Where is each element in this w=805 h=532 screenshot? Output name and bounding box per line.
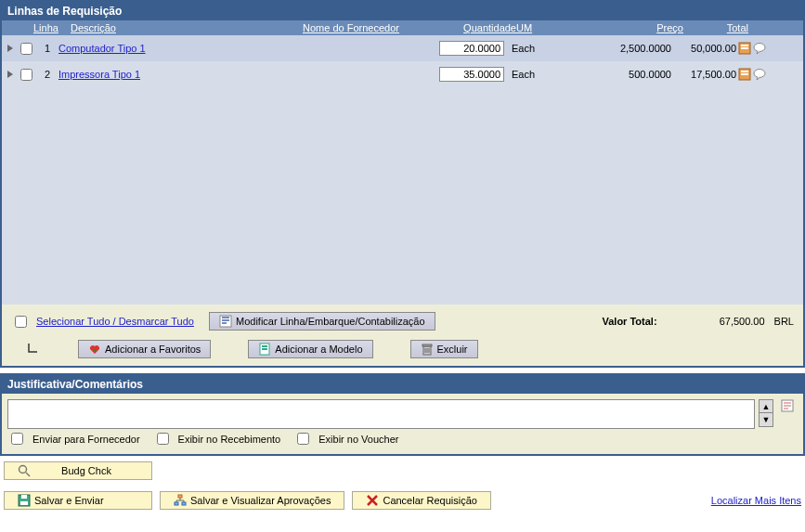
- expand-icon[interactable]: [7, 45, 13, 52]
- hierarchy-icon: [174, 494, 187, 507]
- price-value: 2,500.0000: [551, 43, 671, 54]
- col-fornecedor[interactable]: Nome do Fornecedor: [303, 22, 399, 33]
- show-receipt-checkbox[interactable]: [157, 433, 169, 445]
- details-icon[interactable]: [738, 42, 751, 55]
- currency-label: BRL: [774, 316, 794, 327]
- collapse-corner-icon[interactable]: [28, 343, 41, 356]
- total-label: Valor Total:: [603, 316, 657, 327]
- svg-rect-22: [21, 495, 27, 499]
- lines-header: Linhas de Requisição: [2, 2, 803, 20]
- col-descricao[interactable]: Descrição: [71, 22, 116, 33]
- col-quantidade[interactable]: Quantidade: [463, 22, 516, 33]
- quantity-input[interactable]: [439, 41, 504, 56]
- svg-point-7: [754, 70, 765, 78]
- edit-icon: [219, 315, 232, 328]
- comments-header: Justificativa/Comentários: [2, 375, 803, 394]
- table-row: 1 Computador Tipo 1 Each 2,500.0000 50,0…: [2, 35, 803, 61]
- select-all-checkbox[interactable]: [15, 316, 27, 328]
- comments-panel: Justificativa/Comentários ▲ ▼ Enviar par…: [0, 373, 805, 456]
- col-preco[interactable]: Preço: [656, 22, 683, 33]
- trash-icon: [421, 343, 434, 356]
- show-receipt-label: Exibir no Recebimento: [178, 434, 281, 445]
- comment-icon[interactable]: [753, 42, 766, 55]
- column-header-row: Linha Descrição Nome do Fornecedor Quant…: [2, 20, 803, 35]
- item-link[interactable]: Computador Tipo 1: [58, 43, 146, 54]
- svg-rect-1: [741, 45, 748, 46]
- svg-rect-6: [741, 73, 748, 75]
- svg-point-19: [19, 466, 27, 474]
- total-value: 50,000.00: [671, 43, 736, 54]
- svg-line-20: [26, 473, 30, 476]
- x-icon: [366, 494, 379, 507]
- lines-body: 1 Computador Tipo 1 Each 2,500.0000 50,0…: [2, 35, 803, 305]
- item-link[interactable]: Impressora Tipo 1: [58, 69, 140, 80]
- svg-rect-11: [262, 345, 267, 347]
- scroll-up-icon[interactable]: ▲: [760, 400, 773, 413]
- magnifier-icon: [18, 464, 31, 477]
- row-checkbox[interactable]: [20, 69, 32, 81]
- save-send-button[interactable]: Salvar e Enviar: [4, 491, 152, 510]
- details-icon[interactable]: [738, 68, 751, 81]
- col-um[interactable]: UM: [516, 22, 532, 33]
- scroll-down-icon[interactable]: ▼: [760, 413, 773, 426]
- quantity-input[interactable]: [439, 67, 504, 82]
- line-number: 1: [36, 43, 58, 54]
- heart-plus-icon: +: [88, 343, 101, 356]
- svg-rect-2: [741, 47, 748, 49]
- col-linha[interactable]: Linha: [33, 22, 58, 33]
- svg-rect-23: [20, 501, 28, 505]
- textarea-scroll: ▲ ▼: [759, 399, 773, 427]
- bottom-action-bar: Salvar e Enviar Salvar e Visualizar Apro…: [0, 486, 805, 515]
- svg-point-3: [754, 44, 765, 52]
- show-voucher-label: Exibir no Voucher: [318, 434, 398, 445]
- find-more-items-link[interactable]: Localizar Mais Itens: [711, 495, 801, 506]
- svg-rect-24: [178, 495, 182, 498]
- grand-total-value: 67,500.00: [691, 316, 765, 327]
- send-supplier-label: Enviar para Fornecedor: [32, 434, 140, 445]
- template-icon: [258, 343, 271, 356]
- row-checkbox[interactable]: [20, 43, 32, 55]
- col-total[interactable]: Total: [727, 22, 748, 33]
- add-favorites-button[interactable]: + Adicionar a Favoritos: [78, 340, 211, 358]
- cancel-requisition-button[interactable]: Cancelar Requisição: [352, 491, 491, 510]
- requisition-lines-panel: Linhas de Requisição Linha Descrição Nom…: [0, 0, 805, 368]
- um-value: Each: [504, 43, 551, 54]
- total-value: 17,500.00: [671, 69, 736, 80]
- budget-check-row: Budg Chck: [0, 456, 805, 486]
- svg-rect-25: [175, 502, 178, 505]
- save-icon: [18, 494, 31, 507]
- um-value: Each: [504, 69, 551, 80]
- delete-button[interactable]: Excluir: [410, 340, 478, 358]
- lines-footer: Selecionar Tudo / Desmarcar Tudo Modific…: [2, 305, 803, 366]
- save-preview-button[interactable]: Salvar e Visualizar Aprovações: [160, 491, 344, 510]
- svg-rect-26: [182, 502, 186, 505]
- svg-rect-12: [262, 348, 267, 350]
- comment-icon[interactable]: [753, 68, 766, 81]
- comments-textarea[interactable]: [7, 399, 755, 429]
- add-model-button[interactable]: Adicionar a Modelo: [248, 340, 372, 358]
- table-row: 2 Impressora Tipo 1 Each 500.0000 17,500…: [2, 61, 803, 87]
- svg-rect-5: [741, 71, 748, 72]
- show-voucher-checkbox[interactable]: [297, 433, 309, 445]
- select-all-link[interactable]: Selecionar Tudo / Desmarcar Tudo: [36, 316, 194, 327]
- price-value: 500.0000: [551, 69, 671, 80]
- svg-text:+: +: [93, 346, 97, 355]
- send-supplier-checkbox[interactable]: [11, 433, 23, 445]
- budget-check-button[interactable]: Budg Chck: [4, 461, 152, 480]
- line-number: 2: [36, 69, 58, 80]
- modify-line-button[interactable]: Modificar Linha/Embarque/Contabilização: [209, 312, 435, 331]
- expand-comments-icon[interactable]: [781, 399, 794, 412]
- expand-icon[interactable]: [7, 71, 13, 78]
- svg-rect-14: [422, 344, 432, 346]
